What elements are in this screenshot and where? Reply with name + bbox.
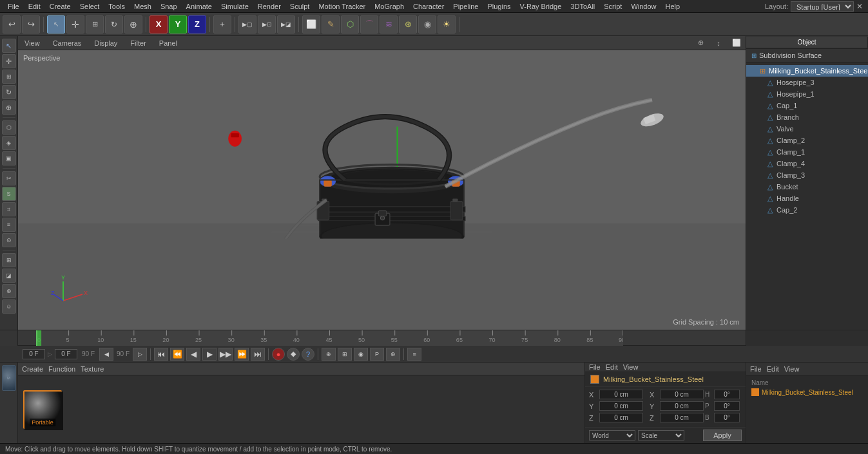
left-tool-arrow[interactable]: ↖ xyxy=(2,39,16,53)
redo-button[interactable]: ↪ xyxy=(22,15,40,33)
menu-render[interactable]: Render xyxy=(254,1,285,12)
attr-x-rot-input[interactable] xyxy=(660,390,704,399)
material-thumbnail[interactable]: Portable xyxy=(23,390,62,429)
deform-button[interactable]: ≋ xyxy=(380,15,398,33)
current-frame-input[interactable] xyxy=(23,349,45,359)
light-button[interactable]: ☀ xyxy=(438,15,456,33)
play-range-btn[interactable]: ◀ xyxy=(99,348,113,361)
viewport-maximize-icon[interactable]: ⬜ xyxy=(731,38,742,48)
menu-pipeline[interactable]: Pipeline xyxy=(449,1,482,12)
left-tool-knife[interactable]: ✂ xyxy=(2,171,16,185)
mode-btn-4[interactable]: P xyxy=(370,348,384,361)
add-object-button[interactable]: + xyxy=(213,15,231,33)
layout-select[interactable]: Startup [User] xyxy=(791,1,854,12)
left-tool-m2[interactable]: ◪ xyxy=(2,269,16,283)
attr-menu-view[interactable]: View xyxy=(623,363,639,371)
viewport-expand-icon[interactable]: ⊕ xyxy=(695,38,706,48)
hier-item-clamp3[interactable]: △ Clamp_3 xyxy=(746,169,868,181)
z-axis-button[interactable]: Z xyxy=(188,15,206,33)
menu-plugins[interactable]: Plugins xyxy=(483,1,514,12)
keyframe-btn[interactable]: ◆ xyxy=(287,348,300,361)
camera-button[interactable]: ◉ xyxy=(418,15,436,33)
cube-button[interactable]: ⬜ xyxy=(302,15,320,33)
vp-tab-display[interactable]: Display xyxy=(92,38,120,48)
menu-file[interactable]: File xyxy=(4,1,23,12)
vp-tab-panel[interactable]: Panel xyxy=(157,38,180,48)
menu-edit[interactable]: Edit xyxy=(24,1,44,12)
hier-item-hosepipe1[interactable]: △ Hosepipe_1 xyxy=(746,88,868,100)
hier-item-bucket[interactable]: △ Bucket xyxy=(746,181,868,193)
render-region-button[interactable]: ▶⊡ xyxy=(258,15,276,33)
menu-create[interactable]: Create xyxy=(46,1,75,12)
timeline-playhead[interactable] xyxy=(36,330,37,346)
menu-character[interactable]: Character xyxy=(409,1,448,12)
menu-simulate[interactable]: Simulate xyxy=(217,1,253,12)
next-key-btn[interactable]: ⏩ xyxy=(235,348,249,361)
rotate-tool-button[interactable]: ↻ xyxy=(105,15,123,33)
left-tool-s2[interactable]: ⌗ xyxy=(2,202,16,216)
hier-item-handle[interactable]: △ Handle xyxy=(746,193,868,204)
play-fwd-btn[interactable]: ▶▶ xyxy=(218,348,233,361)
go-end-btn[interactable]: ⏭ xyxy=(251,348,265,361)
attr-world-dropdown[interactable]: World xyxy=(589,430,635,440)
bh-menu-file[interactable]: File xyxy=(750,365,762,373)
attr-y-rot-input[interactable] xyxy=(660,401,704,411)
hier-item-clamp4[interactable]: △ Clamp_4 xyxy=(746,158,868,169)
mat-menu-function[interactable]: Function xyxy=(48,365,75,373)
render-viewport-button[interactable]: ▶◪ xyxy=(277,15,295,33)
effector-button[interactable]: ⊛ xyxy=(399,15,417,33)
render-frame-button[interactable]: ▶▢ xyxy=(238,15,256,33)
scale-tool-button[interactable]: ⊞ xyxy=(86,15,104,33)
left-tool-mesh2[interactable]: ◈ xyxy=(2,136,16,150)
attr-p-input[interactable] xyxy=(714,401,740,411)
mat-menu-texture[interactable]: Texture xyxy=(81,365,104,373)
prev-key-btn[interactable]: ⏪ xyxy=(170,348,184,361)
apply-button[interactable]: Apply xyxy=(703,430,742,441)
viewport-3d[interactable]: Perspective xyxy=(18,50,746,330)
timeline-ruler[interactable]: 0 5 10 15 20 25 30 35 40 45 50 xyxy=(36,330,623,346)
menu-select[interactable]: Select xyxy=(76,1,104,12)
attr-menu-file[interactable]: File xyxy=(589,363,601,371)
left-tool-s1[interactable]: S xyxy=(2,187,16,201)
attr-z-rot-input[interactable] xyxy=(660,413,704,422)
attr-x-pos-input[interactable] xyxy=(599,390,643,399)
start-frame-input[interactable] xyxy=(55,349,77,359)
left-tool-mesh1[interactable]: ⬡ xyxy=(2,120,16,135)
mat-menu-create[interactable]: Create xyxy=(22,365,43,373)
attr-z-pos-input[interactable] xyxy=(599,413,643,422)
menu-mograph[interactable]: MoGraph xyxy=(371,1,408,12)
menu-mesh[interactable]: Mesh xyxy=(130,1,155,12)
x-axis-button[interactable]: X xyxy=(149,15,168,33)
draw-button[interactable]: ✎ xyxy=(322,15,340,33)
left-tool-m3[interactable]: ⊛ xyxy=(2,284,16,298)
attr-menu-edit[interactable]: Edit xyxy=(606,363,618,371)
go-start-btn[interactable]: ⏮ xyxy=(154,348,168,361)
menu-3dtoall[interactable]: 3DToAll xyxy=(566,1,599,12)
menu-animate[interactable]: Animate xyxy=(182,1,216,12)
help-btn[interactable]: ? xyxy=(302,348,314,361)
left-tool-s3[interactable]: ≡ xyxy=(2,218,16,232)
vp-tab-cameras[interactable]: Cameras xyxy=(50,38,84,48)
menu-script[interactable]: Script xyxy=(600,1,626,12)
left-tool-m4[interactable]: ☺ xyxy=(2,299,16,314)
attr-b-input[interactable] xyxy=(714,413,740,422)
hier-item-clamp2[interactable]: △ Clamp_2 xyxy=(746,135,868,146)
hier-item-cap2[interactable]: △ Cap_2 xyxy=(746,204,868,216)
y-axis-button[interactable]: Y xyxy=(169,15,187,33)
polygon-button[interactable]: ⬡ xyxy=(341,15,359,33)
hier-item-hosepipe3[interactable]: △ Hosepipe_3 xyxy=(746,77,868,88)
hier-item-branch[interactable]: △ Branch xyxy=(746,111,868,123)
play-btn[interactable]: ▶ xyxy=(202,348,217,361)
left-tool-m1[interactable]: ⊞ xyxy=(2,253,16,267)
menu-sculpt[interactable]: Sculpt xyxy=(286,1,314,12)
undo-button[interactable]: ↩ xyxy=(3,15,21,33)
left-tool-scale[interactable]: ⊞ xyxy=(2,70,16,84)
hier-item-root[interactable]: ⊞ Milking_Bucket_Stainless_Steel xyxy=(746,65,868,77)
attr-h-input[interactable] xyxy=(714,390,740,399)
select-tool-button[interactable]: ↖ xyxy=(47,15,65,33)
attr-y-pos-input[interactable] xyxy=(599,401,643,411)
left-tool-mesh3[interactable]: ▣ xyxy=(2,151,16,166)
left-tool-rotate[interactable]: ↻ xyxy=(2,85,16,99)
bh-menu-view[interactable]: View xyxy=(784,365,800,373)
mode-btn-2[interactable]: ⊞ xyxy=(338,348,352,361)
